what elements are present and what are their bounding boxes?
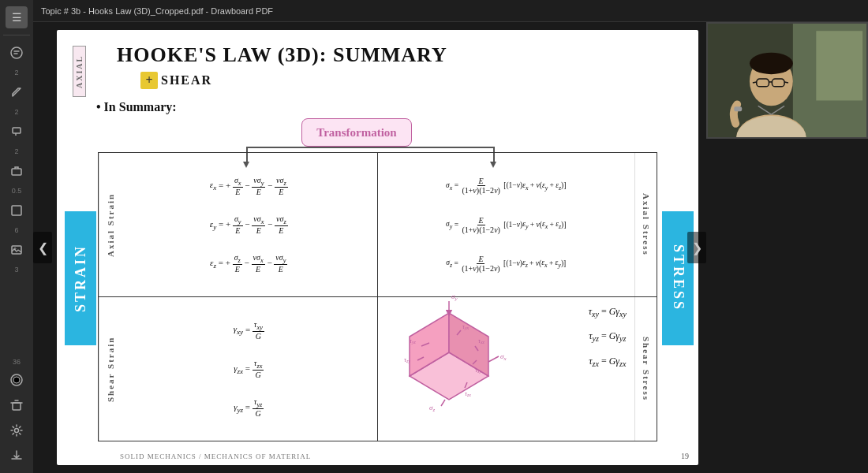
arrow-line-right	[361, 147, 495, 148]
shapes-icon[interactable]	[6, 199, 28, 222]
slide-inner: AXIAL HOOKE'S LAW (3D): SUMMARY + SHEAR …	[57, 30, 698, 465]
trash-icon[interactable]	[6, 394, 28, 416]
plus-icon: +	[140, 72, 158, 89]
svg-text:τzx: τzx	[465, 390, 471, 397]
shear-text: SHEAR	[161, 73, 212, 88]
cube-and-stress-area: σy σx σz τyz	[378, 297, 635, 441]
axial-stress-section: σx = E(1+v)(1−2v) [(1−v)εx + v(εy + εz)]…	[378, 153, 657, 297]
sidebar-num-5: 6	[14, 226, 18, 234]
svg-point-7	[13, 377, 20, 383]
window-title: Topic # 3b - Hooks Law (3D)_Cropped.pdf …	[41, 6, 273, 16]
title-bar: Topic # 3b - Hooks Law (3D)_Cropped.pdf …	[33, 0, 868, 22]
cube-diagram: σy σx σz τyz	[374, 289, 516, 412]
slide-header-row: AXIAL HOOKE'S LAW (3D): SUMMARY + SHEAR	[73, 44, 683, 97]
equations-container: Axial Strain εx = + σxE − vσyE − vσzE	[98, 152, 657, 441]
page-number: 19	[681, 452, 689, 460]
summary-label: • In Summary:	[96, 100, 683, 114]
formula-ez: εz = + σzE − vσxE − vσyE	[210, 253, 287, 274]
strain-side: Axial Strain εx = + σxE − vσyE − vσzE	[99, 153, 378, 441]
shear-stress-section: σy σx σz τyz	[378, 297, 657, 441]
formula-sy: σy = E(1+v)(1−2v) [(1−v)εy + v(εx + εz)]	[446, 216, 566, 234]
axial-strain-label: Axial Strain	[99, 153, 121, 296]
sidebar-num-6: 3	[14, 266, 18, 274]
formula-ey: εy = + σyE − vσxE − vσzE	[210, 214, 288, 235]
svg-point-16	[750, 53, 793, 74]
formula-sz: σz = E(1+v)(1−2v) [(1−v)εz + v(εx + εy)]	[446, 255, 566, 273]
axial-strain-section: Axial Strain εx = + σxE − vσyE − vσzE	[99, 153, 377, 297]
slide-title: HOOKE'S LAW (3D): SUMMARY	[117, 44, 683, 67]
formula-gyz: γyz = τyzG	[234, 397, 264, 418]
svg-text:σz: σz	[429, 404, 435, 412]
next-page-button[interactable]: ❯	[687, 232, 706, 263]
transformation-box: Transformation	[301, 118, 412, 147]
strain-badge: STRAIN	[65, 211, 96, 345]
svg-rect-22	[734, 106, 742, 111]
formula-gxy: γxy = τxyG	[234, 320, 264, 341]
formula-ex: εx = + σxE − vσyE − vσzE	[210, 176, 288, 196]
axial-stress-label: Axial Stress	[634, 153, 657, 296]
svg-line-28	[488, 356, 499, 362]
download-icon[interactable]	[6, 445, 28, 467]
left-sidebar: ☰ 2 2 2 0.5 6 3 36	[0, 0, 33, 473]
shear-strain-formulas: γxy = τxyG γzx = τzxG γyz = τyzG	[121, 297, 377, 441]
image-icon[interactable]	[6, 239, 28, 261]
svg-rect-12	[816, 31, 862, 100]
eraser-icon[interactable]	[6, 160, 28, 182]
shear-stress-formulas: τxy = Gγxy τyz = Gγyz τzx = Gγzx	[589, 305, 627, 370]
svg-point-0	[11, 47, 22, 58]
svg-point-9	[15, 429, 19, 433]
shear-strain-label: Shear Strain	[99, 297, 121, 441]
webcam-video	[708, 24, 866, 137]
formula-tauyz: τyz = Gγyz	[589, 330, 627, 345]
formula-sx: σx = E(1+v)(1−2v) [(1−v)εx + v(εy + εz)]	[446, 177, 566, 195]
sidebar-num-1: 2	[14, 69, 18, 76]
formula-gzx: γzx = τzxG	[234, 359, 264, 379]
comment-icon[interactable]	[6, 42, 28, 64]
circle-tool-icon[interactable]	[6, 369, 28, 391]
pen-icon[interactable]	[6, 81, 28, 103]
footer-text: SOLID MECHANICS / MECHANICS OF MATERIAL	[120, 453, 311, 460]
main-content: Topic # 3b - Hooks Law (3D)_Cropped.pdf …	[33, 0, 868, 473]
svg-rect-2	[12, 169, 21, 175]
marker-icon[interactable]	[6, 121, 28, 143]
svg-rect-3	[12, 206, 21, 215]
axial-label-container: AXIAL	[73, 46, 86, 97]
stress-side: σx = E(1+v)(1−2v) [(1−v)εx + v(εy + εz)]…	[378, 153, 657, 441]
sidebar-num-4: 0.5	[12, 187, 22, 195]
document-area: ❮	[33, 22, 868, 473]
axial-strain-formulas: εx = + σxE − vσyE − vσzE εy = +	[121, 153, 377, 296]
webcam-overlay	[706, 22, 868, 139]
slide-content: AXIAL HOOKE'S LAW (3D): SUMMARY + SHEAR …	[57, 30, 698, 465]
hamburger-menu-icon[interactable]: ☰	[6, 6, 28, 28]
svg-text:σy: σy	[451, 292, 458, 302]
axial-stress-formulas: σx = E(1+v)(1−2v) [(1−v)εx + v(εy + εz)]…	[378, 153, 635, 296]
svg-line-20	[753, 82, 757, 83]
prev-page-button[interactable]: ❮	[33, 232, 52, 263]
shear-label-row: + SHEAR	[140, 72, 683, 89]
svg-rect-8	[13, 403, 21, 410]
svg-line-21	[784, 82, 788, 83]
formula-tauxy: τxy = Gγxy	[589, 305, 627, 320]
sidebar-num-3: 2	[14, 147, 18, 155]
title-area: HOOKE'S LAW (3D): SUMMARY + SHEAR	[89, 44, 683, 89]
formula-tauzx: τzx = Gγzx	[589, 355, 627, 370]
sidebar-num-7: 36	[13, 358, 21, 366]
svg-line-30	[441, 400, 445, 406]
shear-strain-section: Shear Strain γxy = τxyG γzx = τzxG	[99, 297, 377, 441]
svg-rect-1	[13, 128, 21, 133]
shear-stress-label: Shear Stress	[634, 297, 657, 441]
sidebar-divider-1	[3, 35, 30, 35]
axial-label: AXIAL	[73, 46, 86, 97]
sidebar-num-2: 2	[14, 108, 18, 116]
sidebar-bottom-tools: 36	[6, 358, 28, 467]
settings-icon[interactable]	[6, 419, 28, 441]
svg-text:σx: σx	[500, 352, 507, 362]
